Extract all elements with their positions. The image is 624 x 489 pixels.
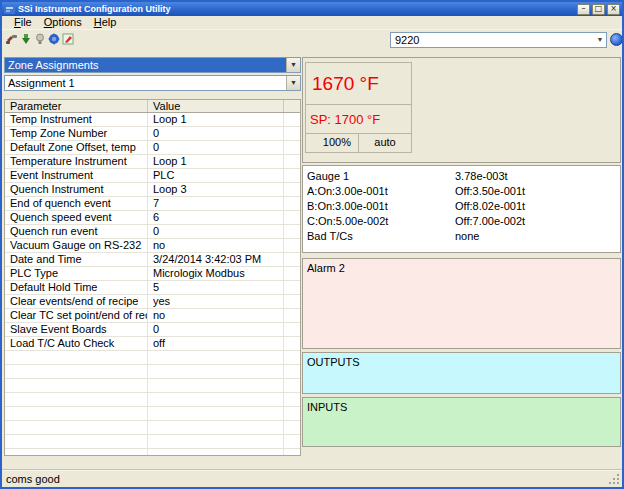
spare-cell	[284, 407, 300, 420]
parameter-cell: Temp Zone Number	[5, 127, 148, 140]
table-row[interactable]: Temperature Instrument Loop 1	[5, 155, 300, 169]
maximize-icon[interactable]: □	[592, 4, 605, 15]
table-row[interactable]: Clear events/end of recipe yes	[5, 295, 300, 309]
resize-grip-icon[interactable]	[617, 482, 619, 484]
chevron-down-icon[interactable]: ▼	[286, 58, 300, 72]
table-row[interactable]: PLC Type Micrologix Modbus	[5, 267, 300, 281]
bulb-icon[interactable]	[34, 33, 46, 45]
table-row[interactable]	[5, 365, 300, 379]
spare-cell	[284, 183, 300, 196]
table-row[interactable]: Load T/C Auto Check off	[5, 337, 300, 351]
parameter-cell	[5, 435, 148, 448]
spare-cell	[284, 211, 300, 224]
table-row[interactable]: Date and Time 3/24/2014 3:42:03 PM	[5, 253, 300, 267]
value-cell: Loop 1	[148, 155, 284, 168]
gauge-value: none	[455, 229, 620, 244]
view-selector-value: Zone Assignments	[5, 58, 286, 72]
table-row[interactable]: Quench speed event 6	[5, 211, 300, 225]
connect-icon[interactable]	[6, 33, 18, 45]
parameter-cell	[5, 393, 148, 406]
globe-icon[interactable]	[610, 33, 623, 46]
chevron-down-icon[interactable]: ▼	[286, 76, 300, 90]
close-icon[interactable]: ×	[607, 4, 620, 15]
table-row[interactable]	[5, 421, 300, 435]
value-cell: PLC	[148, 169, 284, 182]
output-mode-row: 100% auto	[305, 134, 412, 153]
value-cell	[148, 393, 284, 406]
value-cell: 0	[148, 127, 284, 140]
parameter-cell: Quench Instrument	[5, 183, 148, 196]
table-row[interactable]: Default Zone Offset, temp 0	[5, 141, 300, 155]
device-selector[interactable]: 9220 ▼	[390, 32, 607, 48]
alarm-panel: Alarm 2	[302, 258, 621, 349]
toolbar: 9220 ▼	[2, 29, 622, 48]
status-text: coms good	[6, 473, 60, 485]
value-cell	[148, 351, 284, 364]
spare-cell	[284, 239, 300, 252]
process-value-display: 1670 °F	[305, 62, 412, 105]
menu-options[interactable]: Options	[38, 16, 88, 29]
column-header-parameter[interactable]: Parameter	[5, 100, 148, 112]
table-row[interactable]: Temp Zone Number 0	[5, 127, 300, 141]
spare-cell	[284, 435, 300, 448]
gauge-label: A:On:3.00e-001t	[307, 184, 455, 199]
spare-cell	[284, 323, 300, 336]
parameter-cell: Quench run event	[5, 225, 148, 238]
value-cell: Micrologix Modbus	[148, 267, 284, 280]
parameter-cell: Slave Event Boards	[5, 323, 148, 336]
outputs-panel: OUTPUTS	[302, 352, 621, 394]
edit-icon[interactable]	[62, 33, 74, 45]
value-cell: no	[148, 239, 284, 252]
table-row[interactable]: Temp Instrument Loop 1	[5, 113, 300, 127]
table-row[interactable]	[5, 393, 300, 407]
table-row[interactable]	[5, 379, 300, 393]
minimize-icon[interactable]: –	[577, 4, 590, 15]
spare-cell	[284, 309, 300, 322]
parameter-cell: End of quench event	[5, 197, 148, 210]
titlebar[interactable]: SSi Instrument Configuration Utility – □…	[2, 2, 622, 16]
table-row[interactable]: Event Instrument PLC	[5, 169, 300, 183]
assignment-selector[interactable]: Assignment 1 ▼	[4, 75, 301, 91]
table-row[interactable]	[5, 435, 300, 449]
parameter-cell	[5, 449, 148, 456]
chevron-down-icon[interactable]: ▼	[594, 33, 606, 47]
value-cell: 0	[148, 323, 284, 336]
value-cell	[148, 435, 284, 448]
table-row[interactable]: Quench run event 0	[5, 225, 300, 239]
table-row[interactable]: Slave Event Boards 0	[5, 323, 300, 337]
value-cell: 0	[148, 141, 284, 154]
spare-cell	[284, 421, 300, 434]
gear-icon[interactable]	[48, 33, 60, 45]
value-cell: Loop 1	[148, 113, 284, 126]
setpoint-display: SP: 1700 °F	[305, 105, 412, 134]
parameter-cell: Event Instrument	[5, 169, 148, 182]
table-row[interactable]: Clear TC set point/end of recipe no	[5, 309, 300, 323]
menu-help[interactable]: Help	[88, 16, 123, 29]
menu-file[interactable]: File	[8, 16, 38, 29]
inputs-label: INPUTS	[307, 400, 616, 414]
table-row[interactable]: Vacuum Gauge on RS-232 no	[5, 239, 300, 253]
parameter-cell: Temp Instrument	[5, 113, 148, 126]
value-cell	[148, 407, 284, 420]
spare-cell	[284, 253, 300, 266]
column-header-value[interactable]: Value	[148, 100, 284, 112]
spare-cell	[284, 267, 300, 280]
table-row[interactable]: End of quench event 7	[5, 197, 300, 211]
table-row[interactable]: Quench Instrument Loop 3	[5, 183, 300, 197]
table-row[interactable]	[5, 449, 300, 456]
value-cell: Loop 3	[148, 183, 284, 196]
gauge-row: Gauge 1 3.78e-003t	[307, 169, 620, 184]
spare-cell	[284, 155, 300, 168]
view-selector[interactable]: Zone Assignments ▼	[4, 57, 301, 73]
download-icon[interactable]	[20, 33, 32, 45]
table-row[interactable]	[5, 351, 300, 365]
gauge-value: 3.78e-003t	[455, 169, 620, 184]
spare-cell	[284, 449, 300, 456]
table-row[interactable]	[5, 407, 300, 421]
value-cell: 6	[148, 211, 284, 224]
gauge-panel: Gauge 1 3.78e-003t A:On:3.00e-001t Off:3…	[302, 165, 621, 253]
parameter-cell: Date and Time	[5, 253, 148, 266]
table-row[interactable]: Default Hold Time 5	[5, 281, 300, 295]
gauge-row: Bad T/Cs none	[307, 229, 620, 244]
spare-cell	[284, 225, 300, 238]
